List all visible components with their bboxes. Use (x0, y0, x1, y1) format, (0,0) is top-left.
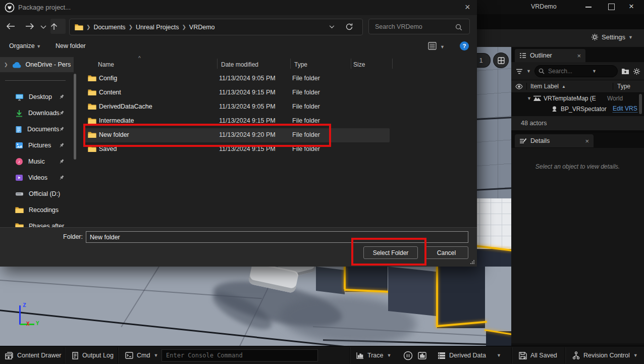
dialog-close-button[interactable]: × (465, 3, 470, 12)
sidebar-item-downloads[interactable]: Downloads (0, 105, 74, 121)
column-sep[interactable] (290, 59, 291, 69)
file-row-config[interactable]: Config 11/13/2024 9:05 PM File folder (82, 72, 475, 86)
sidebar-item-desktop[interactable]: Desktop (0, 89, 74, 105)
file-date: 11/13/2024 9:05 PM (219, 103, 276, 110)
outliner-scrollbar[interactable] (639, 94, 642, 114)
minimize-button[interactable] (585, 7, 592, 8)
cmd-dropdown[interactable]: Cmd ▼ (125, 346, 158, 364)
view-chevron-icon[interactable]: ▼ (440, 44, 445, 49)
output-log-button[interactable]: Output Log (72, 346, 114, 364)
unreal-logo-icon (5, 3, 15, 13)
chevron-down-icon[interactable]: ▼ (526, 69, 531, 74)
search-input[interactable] (374, 23, 452, 31)
new-folder-button[interactable]: New folder (56, 42, 86, 49)
breadcrumb-documents[interactable]: Documents (93, 24, 125, 31)
maximize-viewport-button[interactable] (493, 53, 509, 68)
content-drawer-button[interactable]: Content Drawer (5, 346, 62, 364)
file-row-deriveddatacache[interactable]: DerivedDataCache 11/13/2024 9:05 PM File… (82, 100, 475, 114)
all-saved-button[interactable]: All Saved (519, 346, 557, 364)
sidebar-scrollbar[interactable] (74, 74, 76, 160)
search-box[interactable] (368, 19, 470, 34)
close-button[interactable]: × (629, 2, 634, 12)
up-button[interactable] (50, 19, 66, 34)
sidebar-item-onedrive[interactable]: ❯ OneDrive - Pers (0, 57, 74, 72)
back-icon[interactable] (6, 23, 15, 30)
videos-icon (15, 174, 23, 181)
breadcrumb-unreal-projects[interactable]: Unreal Projects (136, 24, 179, 31)
expand-arrow-icon[interactable]: ▼ (511, 96, 531, 101)
sidebar-item-music[interactable]: ♪ Music (0, 153, 74, 170)
outliner-row-spectator[interactable]: BP_VRSpectator Edit VRS (511, 103, 644, 114)
refresh-icon[interactable] (345, 23, 353, 31)
close-icon[interactable]: × (577, 53, 581, 59)
sidebar-item-recodings[interactable]: Recodings (0, 202, 74, 218)
floor: Z Y X (0, 267, 511, 346)
file-type: File folder (292, 117, 320, 124)
output-log-label: Output Log (82, 352, 114, 359)
address-chevron-icon[interactable] (329, 25, 335, 29)
sidebar-item-drive-d[interactable]: Official (D:) (0, 186, 74, 202)
save-icon (519, 352, 527, 359)
separator (511, 347, 512, 363)
settings-button[interactable]: Settings ▼ (591, 33, 633, 41)
file-row-content[interactable]: Content 11/13/2024 9:15 PM File folder (82, 86, 475, 100)
expand-chevron-icon[interactable]: ❯ (4, 62, 8, 67)
column-item-label[interactable]: Item Label (526, 83, 559, 90)
chevron-down-icon: ▼ (633, 353, 638, 358)
snapshot-button[interactable] (417, 346, 427, 364)
outliner-settings-icon[interactable] (633, 68, 640, 75)
sidebar-item-videos[interactable]: Videos (0, 170, 74, 186)
column-type[interactable]: Type (613, 83, 644, 90)
outliner-row-world[interactable]: ▼ VRTemplateMap (E World (511, 93, 644, 103)
actors-count-bar: 48 actors (511, 116, 644, 130)
documents-icon (15, 126, 22, 133)
derived-data-dropdown[interactable]: Derived Data ▼ (438, 346, 501, 364)
column-sep[interactable] (351, 59, 351, 69)
column-name[interactable]: Name (98, 61, 114, 68)
cancel-button[interactable]: Cancel (424, 246, 468, 259)
breadcrumb-vrdemo[interactable]: VRDemo (189, 24, 215, 31)
dialog-titlebar[interactable]: Package project... × (0, 0, 477, 15)
tab-details[interactable]: Details × (515, 134, 594, 147)
revision-control-dropdown[interactable]: Revision Control ▼ (572, 346, 638, 364)
column-date-modified[interactable]: Date modified (221, 61, 258, 68)
insights-button[interactable] (403, 346, 413, 364)
sidebar-label: Recodings (29, 206, 59, 214)
file-date: 11/13/2024 9:15 PM (219, 117, 276, 124)
recent-chevron-icon[interactable] (40, 25, 46, 29)
sidebar-item-phases[interactable]: Phases after... (0, 218, 74, 227)
cube-a-side (316, 267, 345, 294)
cube-b-edge (436, 267, 438, 327)
chevron-down-icon[interactable]: ▼ (592, 69, 597, 74)
add-folder-icon[interactable] (621, 68, 629, 75)
column-size[interactable]: Size (353, 61, 365, 68)
sidebar-item-pictures[interactable]: Pictures (0, 137, 74, 153)
resize-grip[interactable] (470, 259, 475, 265)
file-name: Intermediate (99, 117, 134, 124)
file-date: 11/13/2024 9:05 PM (219, 75, 276, 82)
outliner-search[interactable]: ▼ (534, 65, 618, 77)
maximize-button[interactable] (608, 4, 615, 10)
column-type[interactable]: Type (294, 61, 307, 68)
trace-dropdown[interactable]: Trace ▼ (356, 346, 391, 364)
outliner-search-input[interactable] (547, 67, 589, 75)
view-mode-icon[interactable] (428, 42, 437, 50)
cube-a-front (345, 267, 388, 292)
dialog-sidebar: ❯ OneDrive - Pers Desktop Downloads Docu… (0, 56, 82, 227)
outliner-header: Item Label ▲ Type (511, 80, 644, 93)
unreal-menustrip (477, 14, 644, 29)
forward-icon[interactable] (25, 23, 34, 30)
console-command-input[interactable] (162, 349, 318, 361)
file-name: DerivedDataCache (99, 103, 152, 110)
close-icon[interactable]: × (585, 138, 589, 144)
address-bar[interactable]: ❯ Documents ❯ Unreal Projects ❯ VRDemo (69, 19, 363, 35)
organize-button[interactable]: Organize ▼ (9, 42, 41, 49)
sidebar-item-documents[interactable]: Documents (0, 121, 74, 137)
column-sep[interactable] (392, 59, 393, 69)
tab-outliner[interactable]: Outliner × (515, 49, 585, 62)
help-button[interactable]: ? (460, 41, 469, 50)
column-sep[interactable] (217, 59, 218, 69)
eye-icon[interactable] (515, 84, 523, 89)
edit-vrs-link[interactable]: Edit VRS (613, 105, 637, 113)
pin-icon (59, 126, 65, 132)
